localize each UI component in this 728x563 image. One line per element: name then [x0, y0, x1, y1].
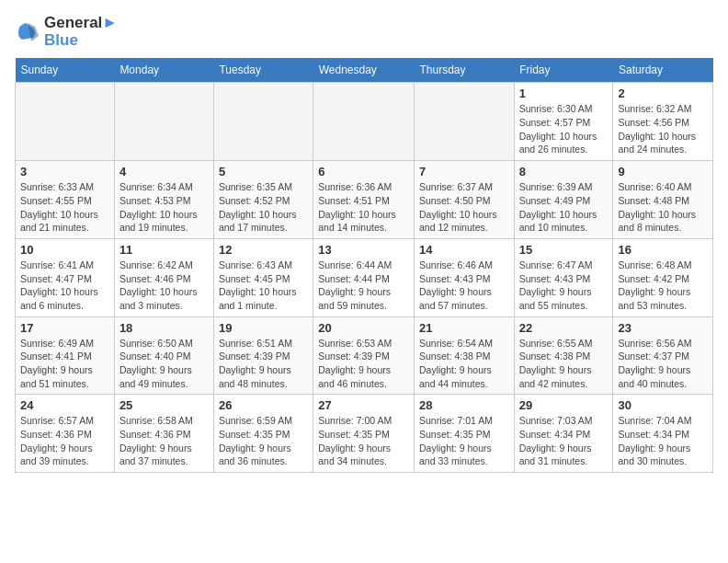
week-row-2: 3Sunrise: 6:33 AM Sunset: 4:55 PM Daylig…	[16, 161, 713, 239]
calendar-cell: 5Sunrise: 6:35 AM Sunset: 4:52 PM Daylig…	[213, 161, 313, 239]
logo: General► Blue	[15, 15, 118, 49]
day-info: Sunrise: 7:04 AM Sunset: 4:34 PM Dayligh…	[618, 414, 708, 468]
day-number: 13	[318, 243, 409, 257]
day-info: Sunrise: 6:49 AM Sunset: 4:41 PM Dayligh…	[20, 337, 109, 391]
day-info: Sunrise: 6:50 AM Sunset: 4:40 PM Dayligh…	[119, 337, 209, 391]
calendar-cell	[114, 83, 213, 161]
logo-icon	[15, 19, 40, 45]
calendar-cell: 28Sunrise: 7:01 AM Sunset: 4:35 PM Dayli…	[414, 395, 514, 473]
day-info: Sunrise: 6:41 AM Sunset: 4:47 PM Dayligh…	[20, 259, 109, 313]
calendar-cell: 20Sunrise: 6:53 AM Sunset: 4:39 PM Dayli…	[313, 316, 415, 395]
day-info: Sunrise: 6:34 AM Sunset: 4:53 PM Dayligh…	[119, 180, 209, 235]
header-row: SundayMondayTuesdayWednesdayThursdayFrid…	[16, 58, 713, 83]
day-info: Sunrise: 7:00 AM Sunset: 4:35 PM Dayligh…	[318, 414, 409, 468]
day-number: 26	[219, 398, 308, 412]
day-info: Sunrise: 6:42 AM Sunset: 4:46 PM Dayligh…	[119, 259, 209, 313]
week-row-4: 17Sunrise: 6:49 AM Sunset: 4:41 PM Dayli…	[16, 316, 713, 395]
day-info: Sunrise: 7:01 AM Sunset: 4:35 PM Dayligh…	[419, 414, 509, 468]
day-info: Sunrise: 6:35 AM Sunset: 4:52 PM Dayligh…	[219, 180, 308, 235]
day-number: 25	[119, 398, 209, 412]
day-info: Sunrise: 6:51 AM Sunset: 4:39 PM Dayligh…	[219, 337, 308, 391]
day-info: Sunrise: 6:46 AM Sunset: 4:43 PM Dayligh…	[419, 259, 509, 313]
calendar-cell: 17Sunrise: 6:49 AM Sunset: 4:41 PM Dayli…	[16, 316, 115, 395]
day-number: 15	[519, 243, 609, 257]
day-info: Sunrise: 6:56 AM Sunset: 4:37 PM Dayligh…	[618, 337, 708, 391]
calendar-cell: 15Sunrise: 6:47 AM Sunset: 4:43 PM Dayli…	[514, 238, 613, 316]
day-number: 7	[419, 165, 509, 178]
calendar-cell: 25Sunrise: 6:58 AM Sunset: 4:36 PM Dayli…	[114, 395, 213, 473]
calendar-cell	[16, 83, 115, 161]
day-info: Sunrise: 6:53 AM Sunset: 4:39 PM Dayligh…	[318, 337, 409, 391]
day-number: 12	[219, 243, 308, 257]
day-number: 19	[219, 321, 308, 335]
calendar-cell	[414, 83, 514, 161]
day-number: 28	[419, 398, 509, 412]
day-number: 24	[20, 398, 109, 412]
day-number: 1	[519, 86, 609, 100]
col-header-wednesday: Wednesday	[313, 58, 415, 83]
calendar-cell: 6Sunrise: 6:36 AM Sunset: 4:51 PM Daylig…	[313, 161, 415, 239]
col-header-friday: Friday	[514, 58, 613, 83]
day-number: 2	[618, 86, 708, 100]
calendar-cell	[213, 83, 313, 161]
calendar-cell: 16Sunrise: 6:48 AM Sunset: 4:42 PM Dayli…	[613, 238, 713, 316]
day-number: 10	[20, 243, 109, 257]
calendar-cell: 4Sunrise: 6:34 AM Sunset: 4:53 PM Daylig…	[114, 161, 213, 239]
calendar-cell: 30Sunrise: 7:04 AM Sunset: 4:34 PM Dayli…	[613, 395, 713, 473]
calendar-cell: 2Sunrise: 6:32 AM Sunset: 4:56 PM Daylig…	[613, 83, 713, 161]
day-number: 14	[419, 243, 509, 257]
col-header-thursday: Thursday	[414, 58, 514, 83]
day-info: Sunrise: 6:55 AM Sunset: 4:38 PM Dayligh…	[519, 337, 609, 391]
calendar-cell: 3Sunrise: 6:33 AM Sunset: 4:55 PM Daylig…	[16, 161, 115, 239]
calendar-cell: 9Sunrise: 6:40 AM Sunset: 4:48 PM Daylig…	[613, 161, 713, 239]
day-info: Sunrise: 6:30 AM Sunset: 4:57 PM Dayligh…	[519, 102, 609, 156]
col-header-tuesday: Tuesday	[213, 58, 313, 83]
calendar-cell: 22Sunrise: 6:55 AM Sunset: 4:38 PM Dayli…	[514, 316, 613, 395]
day-number: 5	[219, 165, 308, 178]
week-row-5: 24Sunrise: 6:57 AM Sunset: 4:36 PM Dayli…	[16, 395, 713, 473]
day-number: 18	[119, 321, 209, 335]
calendar-table: SundayMondayTuesdayWednesdayThursdayFrid…	[15, 58, 713, 473]
col-header-monday: Monday	[114, 58, 213, 83]
day-info: Sunrise: 6:43 AM Sunset: 4:45 PM Dayligh…	[219, 259, 308, 313]
day-info: Sunrise: 7:03 AM Sunset: 4:34 PM Dayligh…	[519, 414, 609, 468]
day-number: 23	[618, 321, 708, 335]
calendar-cell: 23Sunrise: 6:56 AM Sunset: 4:37 PM Dayli…	[613, 316, 713, 395]
day-info: Sunrise: 6:48 AM Sunset: 4:42 PM Dayligh…	[618, 259, 708, 313]
day-info: Sunrise: 6:32 AM Sunset: 4:56 PM Dayligh…	[618, 102, 708, 156]
day-info: Sunrise: 6:44 AM Sunset: 4:44 PM Dayligh…	[318, 259, 409, 313]
week-row-3: 10Sunrise: 6:41 AM Sunset: 4:47 PM Dayli…	[16, 238, 713, 316]
day-info: Sunrise: 6:47 AM Sunset: 4:43 PM Dayligh…	[519, 259, 609, 313]
calendar-cell: 19Sunrise: 6:51 AM Sunset: 4:39 PM Dayli…	[213, 316, 313, 395]
day-info: Sunrise: 6:36 AM Sunset: 4:51 PM Dayligh…	[318, 180, 409, 235]
day-number: 9	[618, 165, 708, 178]
day-info: Sunrise: 6:33 AM Sunset: 4:55 PM Dayligh…	[20, 180, 109, 235]
day-number: 17	[20, 321, 109, 335]
day-number: 4	[119, 165, 209, 178]
page-header: General► Blue	[15, 15, 713, 49]
calendar-cell: 8Sunrise: 6:39 AM Sunset: 4:49 PM Daylig…	[514, 161, 613, 239]
day-number: 3	[20, 165, 109, 178]
day-number: 6	[318, 165, 409, 178]
day-info: Sunrise: 6:57 AM Sunset: 4:36 PM Dayligh…	[20, 414, 109, 468]
day-info: Sunrise: 6:59 AM Sunset: 4:35 PM Dayligh…	[219, 414, 308, 468]
calendar-cell: 7Sunrise: 6:37 AM Sunset: 4:50 PM Daylig…	[414, 161, 514, 239]
logo-text: General► Blue	[44, 15, 118, 49]
day-info: Sunrise: 6:58 AM Sunset: 4:36 PM Dayligh…	[119, 414, 209, 468]
week-row-1: 1Sunrise: 6:30 AM Sunset: 4:57 PM Daylig…	[16, 83, 713, 161]
day-info: Sunrise: 6:54 AM Sunset: 4:38 PM Dayligh…	[419, 337, 509, 391]
calendar-cell	[313, 83, 415, 161]
day-number: 30	[618, 398, 708, 412]
calendar-cell: 24Sunrise: 6:57 AM Sunset: 4:36 PM Dayli…	[16, 395, 115, 473]
day-number: 11	[119, 243, 209, 257]
calendar-cell: 12Sunrise: 6:43 AM Sunset: 4:45 PM Dayli…	[213, 238, 313, 316]
calendar-cell: 10Sunrise: 6:41 AM Sunset: 4:47 PM Dayli…	[16, 238, 115, 316]
day-info: Sunrise: 6:40 AM Sunset: 4:48 PM Dayligh…	[618, 180, 708, 235]
col-header-sunday: Sunday	[16, 58, 115, 83]
day-number: 22	[519, 321, 609, 335]
day-number: 21	[419, 321, 509, 335]
day-number: 16	[618, 243, 708, 257]
calendar-cell: 14Sunrise: 6:46 AM Sunset: 4:43 PM Dayli…	[414, 238, 514, 316]
day-number: 20	[318, 321, 409, 335]
calendar-cell: 13Sunrise: 6:44 AM Sunset: 4:44 PM Dayli…	[313, 238, 415, 316]
